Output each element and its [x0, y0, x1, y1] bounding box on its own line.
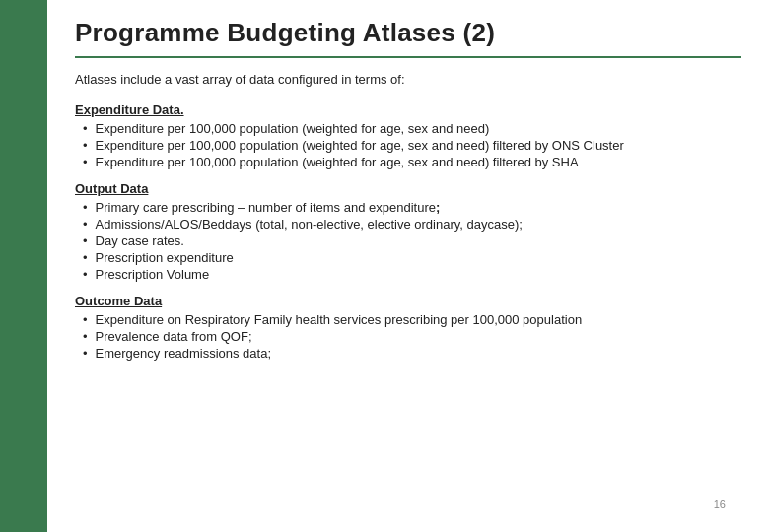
list-item: Prevalence data from QOF; — [83, 329, 741, 344]
list-item: Day case rates. — [83, 233, 741, 248]
list-item-text: Day case rates. — [96, 233, 184, 248]
list-item: Expenditure per 100,000 population (weig… — [83, 121, 741, 136]
page-container: Programme Budgeting Atlases (2) Atlases … — [0, 0, 769, 532]
list-item-text: Primary care prescribing – number of ite… — [96, 200, 441, 215]
page-title: Programme Budgeting Atlases (2) — [75, 18, 741, 48]
expenditure-heading: Expenditure Data. — [75, 102, 741, 117]
output-section: Output Data Primary care prescribing – n… — [75, 181, 741, 282]
outcome-list: Expenditure on Respiratory Family health… — [75, 312, 741, 361]
list-item-text: Expenditure per 100,000 population (weig… — [96, 155, 579, 169]
list-item-text: Prescription expenditure — [96, 250, 234, 265]
expenditure-list: Expenditure per 100,000 population (weig… — [75, 121, 741, 169]
page-number: 16 — [714, 499, 726, 510]
list-item-text: Prescription Volume — [96, 267, 210, 282]
intro-text: Atlases include a vast array of data con… — [75, 72, 741, 87]
list-item-text: Prevalence data from QOF; — [96, 329, 252, 344]
output-list: Primary care prescribing – number of ite… — [75, 200, 741, 282]
list-item-text: Emergency readmissions data; — [96, 346, 271, 361]
list-item-text: Expenditure on Respiratory Family health… — [96, 312, 583, 327]
left-accent-bar — [0, 0, 47, 532]
list-item: Primary care prescribing – number of ite… — [83, 200, 741, 215]
list-item: Expenditure per 100,000 population (weig… — [83, 138, 741, 153]
outcome-heading: Outcome Data — [75, 294, 741, 308]
title-underline — [75, 56, 741, 58]
list-item-text: Admissions/ALOS/Beddays (total, non-elec… — [96, 217, 523, 232]
expenditure-section: Expenditure Data. Expenditure per 100,00… — [75, 102, 741, 169]
list-item: Prescription Volume — [83, 267, 741, 282]
content-wrapper: Expenditure Data. Expenditure per 100,00… — [75, 100, 741, 520]
list-item: Admissions/ALOS/Beddays (total, non-elec… — [83, 217, 741, 232]
list-item: Expenditure per 100,000 population (weig… — [83, 155, 741, 169]
list-item: Expenditure on Respiratory Family health… — [83, 312, 741, 327]
outcome-section: Outcome Data Expenditure on Respiratory … — [75, 294, 741, 361]
output-heading: Output Data — [75, 181, 741, 196]
list-item-text: Expenditure per 100,000 population (weig… — [96, 138, 624, 153]
content-area: Programme Budgeting Atlases (2) Atlases … — [47, 0, 769, 532]
list-item-text: Expenditure per 100,000 population (weig… — [96, 121, 490, 136]
list-item: Prescription expenditure — [83, 250, 741, 265]
list-item: Emergency readmissions data; — [83, 346, 741, 361]
